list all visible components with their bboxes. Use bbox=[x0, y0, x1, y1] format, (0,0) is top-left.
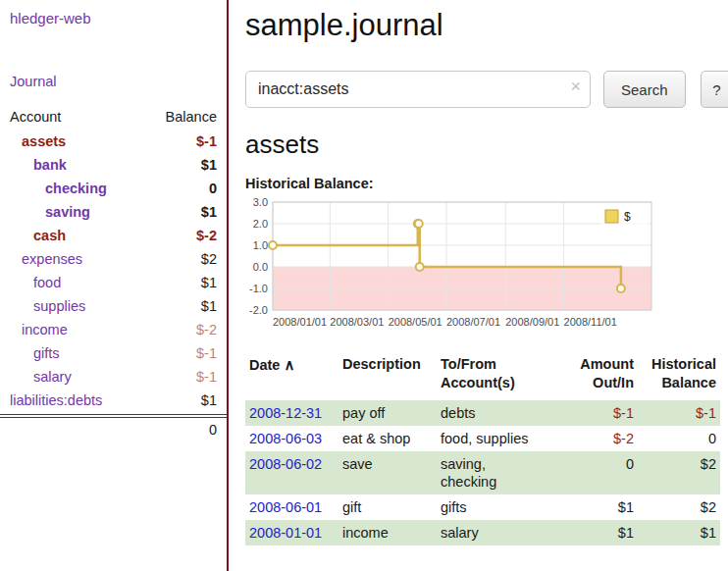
account-row: gifts$-1 bbox=[8, 341, 227, 365]
register-description-cell: save bbox=[338, 451, 437, 494]
y-tick-label: -2.0 bbox=[249, 304, 268, 316]
account-balance: $-1 bbox=[196, 345, 217, 362]
register-balance-cell: $-1 bbox=[638, 400, 720, 426]
col-header-date-label: Date bbox=[249, 357, 280, 373]
account-balance: 0 bbox=[209, 181, 217, 197]
register-description-cell: income bbox=[338, 520, 437, 545]
register-description-cell: pay off bbox=[338, 400, 437, 426]
account-link-food[interactable]: food bbox=[8, 275, 61, 291]
account-row: income$-2 bbox=[8, 318, 227, 341]
account-link-income[interactable]: income bbox=[8, 322, 68, 338]
col-header-tofrom: To/From Account(s) bbox=[437, 353, 559, 400]
account-link-salary[interactable]: salary bbox=[8, 369, 72, 386]
transaction-date-link[interactable]: 2008-12-31 bbox=[249, 405, 322, 421]
register-row: 2008-01-01incomesalary$1$1 bbox=[245, 520, 720, 545]
transaction-date-link[interactable]: 2008-01-01 bbox=[249, 525, 322, 541]
account-link-saving[interactable]: saving bbox=[8, 204, 90, 221]
data-point-marker bbox=[415, 220, 423, 228]
y-tick-label: 2.0 bbox=[253, 218, 268, 230]
account-balance: $1 bbox=[201, 204, 217, 221]
register-accounts-cell: saving, checking bbox=[437, 451, 559, 494]
account-balance: $1 bbox=[201, 392, 217, 409]
account-balance: $2 bbox=[201, 251, 217, 268]
account-balance: $1 bbox=[201, 275, 217, 291]
register-row: 2008-06-03eat & shopfood, supplies$-20 bbox=[245, 426, 720, 451]
account-row: expenses$2 bbox=[8, 247, 227, 271]
account-link-checking[interactable]: checking bbox=[8, 181, 107, 197]
register-row: 2008-06-02savesaving, checking0$2 bbox=[245, 451, 720, 494]
account-row: cash$-2 bbox=[8, 224, 227, 247]
account-balance: $1 bbox=[201, 157, 217, 174]
register-date-cell: 2008-12-31 bbox=[245, 400, 338, 426]
register-balance-cell: $2 bbox=[638, 451, 720, 494]
x-tick-label: 2008/11/01 bbox=[564, 316, 617, 328]
legend-label: $ bbox=[624, 210, 631, 224]
account-row: liabilities:debts$1 bbox=[8, 389, 227, 412]
col-header-amount: Amount Out/In bbox=[559, 353, 638, 400]
register-balance-cell: 0 bbox=[638, 426, 720, 451]
account-heading: assets bbox=[245, 130, 728, 160]
col-header-description: Description bbox=[338, 353, 437, 400]
account-row: salary$-1 bbox=[8, 365, 227, 389]
account-row: saving$1 bbox=[8, 200, 227, 224]
register-amount-cell: $1 bbox=[559, 494, 638, 520]
register-accounts-cell: food, supplies bbox=[437, 426, 559, 451]
account-row: supplies$1 bbox=[8, 294, 227, 318]
register-amount-cell: 0 bbox=[559, 451, 638, 494]
search-box: × bbox=[245, 71, 591, 108]
account-link-bank[interactable]: bank bbox=[8, 157, 67, 174]
account-balance: $1 bbox=[201, 298, 217, 315]
account-tree: assets$-1bank$1checking0saving$1cash$-2e… bbox=[8, 130, 227, 412]
account-row: bank$1 bbox=[8, 153, 227, 177]
register-date-cell: 2008-06-02 bbox=[245, 451, 338, 494]
transaction-date-link[interactable]: 2008-06-03 bbox=[249, 431, 322, 446]
account-row: assets$-1 bbox=[8, 130, 227, 153]
account-link-cash[interactable]: cash bbox=[8, 228, 66, 244]
y-tick-label: 0.0 bbox=[253, 261, 268, 273]
account-link-liabilities-debts[interactable]: liabilities:debts bbox=[8, 392, 102, 409]
account-row: food$1 bbox=[8, 271, 227, 294]
register-amount-cell: $1 bbox=[559, 520, 638, 545]
clear-search-icon[interactable]: × bbox=[570, 78, 581, 95]
search-input[interactable] bbox=[245, 71, 591, 108]
search-form: × Search ? bbox=[245, 71, 728, 108]
balance-chart: 3.02.01.00.0-1.0-2.02008/01/012008/03/01… bbox=[245, 198, 653, 332]
hledger-web-app: hledger-web Journal Account Balance asse… bbox=[0, 0, 728, 571]
accounts-col-account: Account bbox=[10, 109, 61, 125]
search-button[interactable]: Search bbox=[603, 71, 686, 108]
help-button[interactable]: ? bbox=[701, 71, 728, 108]
account-link-expenses[interactable]: expenses bbox=[8, 251, 82, 268]
data-point-marker bbox=[617, 285, 625, 292]
register-table: Date ∧ Description To/From Account(s) Am… bbox=[245, 353, 720, 545]
y-tick-label: -1.0 bbox=[249, 283, 268, 294]
register-row: 2008-06-01giftgifts$1$2 bbox=[245, 494, 720, 520]
register-accounts-cell: gifts bbox=[437, 494, 559, 520]
app-title-link[interactable]: hledger-web bbox=[10, 10, 227, 26]
account-link-assets[interactable]: assets bbox=[8, 133, 66, 150]
x-tick-label: 2008/01/01 bbox=[273, 316, 327, 328]
legend-swatch-icon bbox=[605, 210, 618, 223]
account-balance: $-1 bbox=[196, 369, 217, 386]
sidebar-item-journal[interactable]: Journal bbox=[10, 74, 227, 89]
register-description-cell: eat & shop bbox=[338, 426, 437, 451]
transaction-date-link[interactable]: 2008-06-01 bbox=[249, 499, 322, 515]
page-title: sample.journal bbox=[245, 8, 728, 43]
accounts-table-header: Account Balance bbox=[8, 109, 227, 130]
y-tick-label: 3.0 bbox=[253, 198, 268, 208]
data-point-marker bbox=[416, 263, 424, 271]
register-amount-cell: $-2 bbox=[559, 426, 638, 451]
accounts-total-value: 0 bbox=[8, 418, 227, 438]
register-date-cell: 2008-06-01 bbox=[245, 494, 338, 520]
transaction-date-link[interactable]: 2008-06-02 bbox=[249, 456, 322, 472]
register-accounts-cell: salary bbox=[437, 520, 559, 545]
account-row: checking0 bbox=[8, 177, 227, 200]
account-link-supplies[interactable]: supplies bbox=[8, 298, 85, 315]
register-description-cell: gift bbox=[338, 494, 437, 520]
account-balance: $-2 bbox=[196, 322, 217, 338]
register-header-row: Date ∧ Description To/From Account(s) Am… bbox=[245, 353, 720, 400]
col-header-date[interactable]: Date ∧ bbox=[245, 353, 338, 400]
y-tick-label: 1.0 bbox=[253, 239, 268, 251]
chart-title: Historical Balance: bbox=[245, 176, 728, 191]
register-date-cell: 2008-06-03 bbox=[245, 426, 338, 451]
account-link-gifts[interactable]: gifts bbox=[8, 345, 60, 362]
